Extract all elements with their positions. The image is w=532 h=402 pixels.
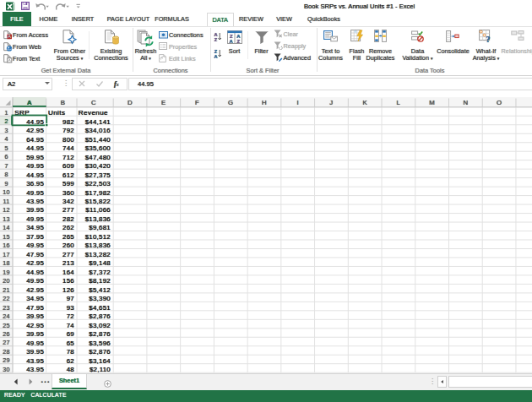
svg-text:24: 24: [3, 312, 10, 320]
svg-text:$7,372: $7,372: [89, 269, 111, 276]
svg-text:F: F: [195, 99, 199, 106]
svg-text:74: 74: [67, 322, 75, 329]
svg-text:342: 342: [62, 198, 74, 205]
svg-text:$8,192: $8,192: [89, 277, 111, 285]
svg-text:L: L: [397, 99, 401, 106]
svg-text:34.95: 34.95: [26, 224, 44, 231]
svg-text:213: 213: [62, 259, 74, 267]
svg-text:13: 13: [3, 215, 10, 223]
svg-text:34.95: 34.95: [26, 295, 44, 302]
svg-text:28: 28: [3, 348, 10, 356]
svg-text:B: B: [61, 99, 65, 106]
svg-text:48: 48: [67, 366, 75, 373]
svg-text:47.95: 47.95: [26, 304, 44, 312]
svg-text:5: 5: [4, 144, 8, 152]
svg-text:6: 6: [4, 153, 8, 160]
svg-text:39.95: 39.95: [26, 312, 44, 320]
svg-text:25: 25: [3, 321, 10, 329]
svg-text:69: 69: [67, 330, 75, 338]
svg-text:19: 19: [3, 268, 10, 275]
svg-text:44.95: 44.95: [26, 117, 44, 125]
svg-text:37.95: 37.95: [26, 233, 44, 241]
svg-text:$3,390: $3,390: [89, 295, 111, 302]
svg-text:49.95: 49.95: [26, 242, 44, 249]
svg-text:93: 93: [67, 304, 75, 312]
svg-text:43.95: 43.95: [26, 366, 44, 373]
svg-text:43.95: 43.95: [26, 356, 44, 364]
svg-text:15: 15: [3, 233, 10, 241]
svg-text:64.95: 64.95: [26, 135, 44, 143]
svg-text:18: 18: [3, 259, 10, 267]
svg-text:10: 10: [3, 188, 10, 196]
svg-text:N: N: [463, 99, 468, 106]
svg-text:H: H: [262, 99, 267, 106]
svg-text:Revenue: Revenue: [79, 109, 108, 117]
svg-text:O: O: [497, 99, 502, 106]
svg-text:$9,681: $9,681: [89, 224, 111, 231]
svg-text:49.95: 49.95: [26, 339, 44, 346]
svg-text:9: 9: [4, 180, 8, 187]
svg-text:G: G: [228, 99, 233, 106]
svg-text:11: 11: [3, 198, 10, 205]
svg-text:$30,420: $30,420: [85, 162, 111, 170]
svg-text:277: 277: [62, 206, 74, 214]
svg-text:$11,066: $11,066: [85, 206, 111, 214]
svg-text:$27,375: $27,375: [85, 171, 111, 178]
svg-text:$13,836: $13,836: [85, 215, 111, 223]
svg-text:27: 27: [3, 339, 10, 346]
svg-text:265: 265: [62, 233, 74, 241]
svg-text:65: 65: [67, 339, 75, 346]
svg-text:Z: Z: [236, 39, 240, 44]
svg-text:2: 2: [4, 117, 8, 125]
svg-text:7: 7: [4, 162, 8, 170]
svg-text:?: ?: [486, 35, 491, 43]
svg-text:D: D: [128, 99, 133, 106]
svg-text:$13,836: $13,836: [85, 242, 111, 249]
svg-text:599: 599: [62, 180, 74, 187]
svg-text:$51,440: $51,440: [85, 135, 111, 143]
svg-text:36.95: 36.95: [26, 180, 44, 187]
svg-text:744: 744: [62, 144, 74, 152]
svg-text:612: 612: [62, 171, 74, 178]
svg-text:43.95: 43.95: [26, 198, 44, 205]
svg-text:29: 29: [3, 356, 10, 364]
svg-text:$2,876: $2,876: [89, 312, 111, 320]
svg-text:$13,282: $13,282: [85, 251, 111, 258]
svg-text:262: 262: [62, 224, 74, 231]
svg-text:$3,596: $3,596: [89, 339, 111, 346]
svg-text:$9,148: $9,148: [89, 259, 111, 267]
svg-text:20: 20: [3, 277, 10, 285]
svg-text:30: 30: [3, 366, 10, 373]
svg-text:72: 72: [67, 312, 74, 320]
svg-text:42.95: 42.95: [26, 259, 44, 267]
svg-text:$44,141: $44,141: [85, 117, 111, 125]
svg-text:49.95: 49.95: [26, 277, 44, 285]
svg-text:K: K: [362, 99, 367, 106]
svg-text:I: I: [296, 99, 298, 106]
svg-text:712: 712: [62, 153, 74, 160]
svg-text:42.95: 42.95: [26, 127, 44, 134]
svg-text:E: E: [161, 99, 166, 106]
svg-text:$3,164: $3,164: [89, 356, 111, 364]
svg-text:47.95: 47.95: [26, 251, 44, 258]
svg-text:C: C: [91, 99, 96, 106]
svg-text:A: A: [8, 34, 11, 39]
svg-text:$4,651: $4,651: [89, 304, 111, 312]
svg-text:$34,016: $34,016: [85, 127, 111, 134]
svg-text:$10,512: $10,512: [85, 233, 111, 241]
svg-text:982: 982: [62, 117, 74, 125]
svg-text:Units: Units: [48, 109, 65, 117]
svg-text:39.95: 39.95: [26, 206, 44, 214]
svg-text:23: 23: [3, 303, 10, 311]
svg-text:49.95: 49.95: [26, 162, 44, 170]
svg-text:$15,822: $15,822: [85, 198, 111, 205]
svg-text:39.95: 39.95: [26, 348, 44, 356]
svg-text:49.95: 49.95: [26, 215, 44, 223]
svg-text:44.95: 44.95: [26, 269, 44, 276]
svg-text:126: 126: [62, 286, 74, 294]
svg-text:59.95: 59.95: [26, 153, 44, 160]
svg-text:$2,876: $2,876: [89, 348, 111, 356]
svg-text:8: 8: [4, 171, 8, 178]
svg-text:44.95: 44.95: [26, 144, 44, 152]
svg-text:$22,503: $22,503: [85, 180, 111, 187]
